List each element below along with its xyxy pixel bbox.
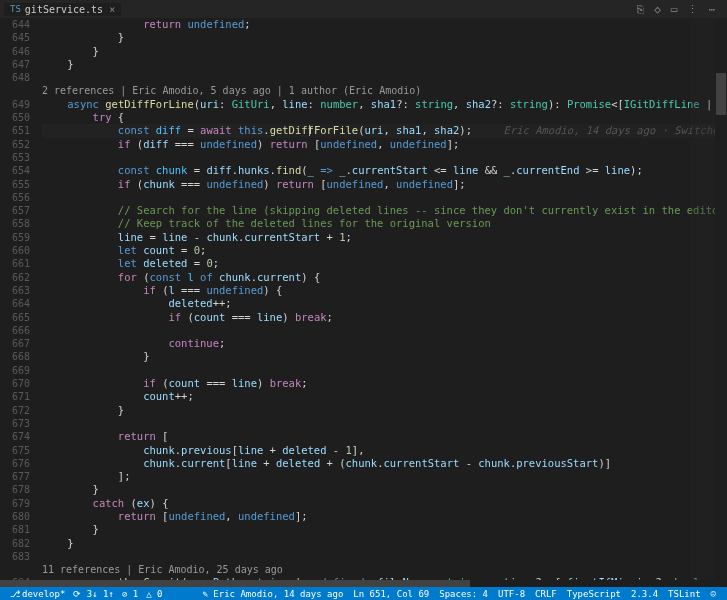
tab-filename: gitService.ts xyxy=(25,4,103,15)
code-line[interactable]: for (const l of chunk.current) { xyxy=(42,271,727,284)
code-line[interactable]: return [ xyxy=(42,430,727,443)
line-number: 683 xyxy=(0,550,30,563)
code-line[interactable]: const chunk = diff.hunks.find(_ => _.cur… xyxy=(42,164,727,177)
status-branch[interactable]: ⎇ develop* xyxy=(6,589,69,599)
code-line[interactable]: 11 references | Eric Amodio, 25 days ago xyxy=(42,563,727,576)
code-line[interactable]: } xyxy=(42,350,727,363)
line-number: 678 xyxy=(0,483,30,496)
code-line[interactable]: } xyxy=(42,58,727,71)
line-number: 673 xyxy=(0,417,30,430)
status-version[interactable]: 2.3.4 xyxy=(626,589,663,599)
code-line[interactable]: if (chunk === undefined) return [undefin… xyxy=(42,178,727,191)
code-line[interactable]: if (count === line) break; xyxy=(42,377,727,390)
code-line[interactable]: let count = 0; xyxy=(42,244,727,257)
close-icon[interactable]: × xyxy=(109,4,115,15)
code-line[interactable]: } xyxy=(42,31,727,44)
code-line[interactable]: } xyxy=(42,537,727,550)
code-line[interactable]: count++; xyxy=(42,390,727,403)
line-number xyxy=(0,84,30,97)
line-number: 682 xyxy=(0,537,30,550)
status-feedback[interactable]: ☺ xyxy=(706,589,721,599)
code-line[interactable]: async getDiffForLine(uri: GitUri, line: … xyxy=(42,98,727,111)
line-number: 669 xyxy=(0,364,30,377)
status-blame[interactable]: ✎ Eric Amodio, 14 days ago xyxy=(197,589,348,599)
code-line[interactable]: try { xyxy=(42,111,727,124)
status-language[interactable]: TypeScript xyxy=(562,589,626,599)
code-line[interactable]: line = line - chunk.currentStart + 1; xyxy=(42,231,727,244)
status-indent[interactable]: Spaces: 4 xyxy=(434,589,493,599)
code-line[interactable]: } xyxy=(42,523,727,536)
line-number: 676 xyxy=(0,457,30,470)
code-line[interactable]: 2 references | Eric Amodio, 5 days ago |… xyxy=(42,84,727,97)
line-number: 657 xyxy=(0,204,30,217)
code-line[interactable]: chunk.previous[line + deleted - 1], xyxy=(42,444,727,457)
line-number: 681 xyxy=(0,523,30,536)
editor-area[interactable]: 6446456466476486496506516526536546556566… xyxy=(0,18,727,587)
line-number: 651 xyxy=(0,124,30,137)
line-number: 666 xyxy=(0,324,30,337)
line-number: 677 xyxy=(0,470,30,483)
overflow-icon[interactable]: ⋮ xyxy=(687,3,698,16)
more-icon[interactable]: ⋯ xyxy=(708,3,715,16)
status-tslint[interactable]: TSLint xyxy=(663,589,706,599)
line-number: 667 xyxy=(0,337,30,350)
line-number: 680 xyxy=(0,510,30,523)
code-line[interactable]: // Keep track of the deleted lines for t… xyxy=(42,217,727,230)
line-number: 650 xyxy=(0,111,30,124)
code-line[interactable]: chunk.current[line + deleted + (chunk.cu… xyxy=(42,457,727,470)
code-line[interactable]: if (count === line) break; xyxy=(42,311,727,324)
line-number: 661 xyxy=(0,257,30,270)
code-line[interactable]: // Search for the line (skipping deleted… xyxy=(42,204,727,217)
line-number: 647 xyxy=(0,58,30,71)
line-number: 671 xyxy=(0,390,30,403)
code-line[interactable]: if (l === undefined) { xyxy=(42,284,727,297)
vertical-thumb[interactable] xyxy=(716,73,726,115)
code-line[interactable]: continue; xyxy=(42,337,727,350)
code-line[interactable]: catch (ex) { xyxy=(42,497,727,510)
vertical-scrollbar[interactable] xyxy=(715,18,727,587)
line-number: 652 xyxy=(0,138,30,151)
status-warnings[interactable]: △ 0 xyxy=(142,589,166,599)
code-line[interactable]: return undefined; xyxy=(42,18,727,31)
code-line[interactable]: } xyxy=(42,45,727,58)
line-number: 675 xyxy=(0,444,30,457)
code-content[interactable]: return undefined; } } }2 references | Er… xyxy=(42,18,727,587)
line-number: 653 xyxy=(0,151,30,164)
line-number: 659 xyxy=(0,231,30,244)
code-line[interactable]: let deleted = 0; xyxy=(42,257,727,270)
code-line[interactable]: } xyxy=(42,483,727,496)
line-number: 660 xyxy=(0,244,30,257)
status-encoding[interactable]: UTF-8 xyxy=(493,589,530,599)
diff-icon[interactable]: ◇ xyxy=(654,3,661,16)
status-eol[interactable]: CRLF xyxy=(530,589,562,599)
code-line[interactable]: deleted++; xyxy=(42,297,727,310)
line-number: 668 xyxy=(0,350,30,363)
ts-icon: TS xyxy=(10,4,21,14)
status-errors[interactable]: ⊘ 1 xyxy=(118,589,142,599)
editor-tab[interactable]: TS gitService.ts × xyxy=(4,3,121,16)
line-number: 644 xyxy=(0,18,30,31)
code-line[interactable] xyxy=(42,364,727,377)
code-line[interactable]: } xyxy=(42,404,727,417)
line-number: 670 xyxy=(0,377,30,390)
code-line[interactable] xyxy=(42,71,727,84)
minimap[interactable] xyxy=(691,18,715,587)
status-sync[interactable]: ⟳ 3↓ 1↑ xyxy=(69,589,118,599)
code-line[interactable] xyxy=(42,151,727,164)
code-line[interactable] xyxy=(42,324,727,337)
line-number: 648 xyxy=(0,71,30,84)
line-number: 646 xyxy=(0,45,30,58)
code-line[interactable] xyxy=(42,550,727,563)
horizontal-thumb[interactable] xyxy=(0,580,470,587)
code-line[interactable]: if (diff === undefined) return [undefine… xyxy=(42,138,727,151)
code-line[interactable] xyxy=(42,191,727,204)
code-line[interactable]: const diff = await this.getDiffForFile(u… xyxy=(42,124,727,137)
code-line[interactable]: ]; xyxy=(42,470,727,483)
split-icon[interactable]: ▭ xyxy=(671,3,678,16)
code-line[interactable]: return [undefined, undefined]; xyxy=(42,510,727,523)
horizontal-scrollbar[interactable] xyxy=(0,580,727,587)
compare-icon[interactable]: ⎘ xyxy=(637,3,644,16)
title-bar: TS gitService.ts × ⎘ ◇ ▭ ⋮ ⋯ xyxy=(0,0,727,18)
status-position[interactable]: Ln 651, Col 69 xyxy=(348,589,434,599)
code-line[interactable] xyxy=(42,417,727,430)
